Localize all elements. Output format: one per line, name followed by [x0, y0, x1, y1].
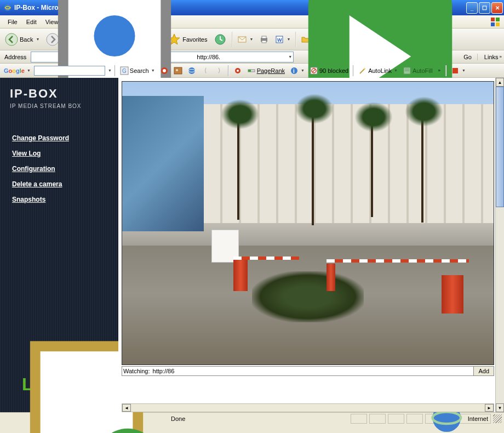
svg-rect-13	[262, 36, 266, 38]
watching-url-input[interactable]	[151, 368, 474, 374]
next-icon: ⟩	[215, 66, 224, 75]
app-logo-subtitle: IP MEDIA STREAM BOX	[10, 103, 108, 109]
svg-point-24	[94, 15, 135, 56]
edit-button[interactable]: W▼	[272, 33, 293, 45]
app-logo-title: IP-BOX	[10, 87, 108, 101]
scroll-down-icon[interactable]: ▼	[496, 403, 504, 412]
chevron-down-icon: ▼	[461, 69, 466, 72]
main-panel: Watching: Add ◄ ► ▲ ▼	[118, 78, 504, 412]
chevron-down-icon: ▼	[248, 37, 253, 41]
google-next-button[interactable]: ⟩	[213, 66, 225, 76]
separator	[353, 65, 354, 76]
print-button[interactable]	[257, 33, 271, 45]
nav-configuration[interactable]: Configuration	[12, 165, 106, 173]
chevron-right-icon: »	[500, 54, 502, 59]
camera-viewer	[122, 81, 494, 365]
google-search-button[interactable]: G Search ▼	[118, 66, 157, 76]
blocked-label: 90 blocked	[319, 67, 348, 74]
pagerank-button[interactable]: PageRank	[245, 66, 287, 76]
prev-icon: ⟨	[201, 66, 210, 75]
history-button[interactable]	[211, 31, 230, 48]
status-pane-2	[369, 414, 386, 424]
svg-rect-30	[174, 67, 182, 74]
watching-bar: Watching: Add	[122, 366, 494, 376]
svg-point-32	[188, 67, 195, 74]
svg-text:i: i	[293, 68, 295, 74]
menu-file[interactable]: File	[3, 17, 22, 27]
svg-point-5	[5, 33, 18, 45]
scroll-track[interactable]	[496, 207, 504, 403]
scroll-right-icon[interactable]: ►	[485, 404, 494, 412]
status-bar: Done Internet	[0, 412, 504, 424]
sidebar-nav: Change Password View Log Configuration D…	[0, 118, 118, 227]
google-images-button[interactable]	[172, 66, 184, 76]
autolink-button[interactable]: AutoLink ▼	[357, 66, 399, 76]
info-icon: i	[290, 66, 299, 75]
windows-flag-icon	[490, 16, 501, 27]
chevron-down-icon[interactable]: ▼	[287, 55, 292, 59]
autolink-label: AutoLink	[368, 67, 392, 74]
pagerank-label: PageRank	[257, 67, 285, 74]
chevron-down-icon: ▼	[393, 69, 398, 72]
google-news-button[interactable]	[158, 66, 170, 76]
maximize-button[interactable]: ☐	[479, 2, 490, 14]
svg-rect-4	[496, 22, 500, 26]
svg-rect-14	[262, 41, 266, 43]
history-icon	[214, 33, 227, 46]
nav-delete-camera[interactable]: Delete a camera	[12, 180, 106, 188]
ie-icon	[3, 3, 12, 12]
chevron-down-icon: ▼	[285, 37, 290, 41]
google-extra-button[interactable]: ▼	[449, 66, 467, 76]
svg-text:W: W	[277, 37, 282, 43]
address-bar: Address ▼ Go Links »	[0, 50, 504, 64]
popup-blocked-button[interactable]: 90 blocked	[308, 66, 350, 76]
svg-rect-37	[248, 70, 251, 72]
address-input[interactable]: ▼	[31, 52, 294, 62]
address-label: Address	[2, 54, 28, 60]
chevron-right-icon[interactable]: »	[436, 68, 443, 73]
google-prev-button[interactable]: ⟨	[199, 66, 211, 76]
svg-rect-46	[453, 68, 458, 73]
google-logo[interactable]: Google ▼	[2, 67, 32, 75]
separator	[228, 65, 229, 76]
pagerank-icon	[247, 66, 256, 75]
nav-snapshots[interactable]: Snapshots	[12, 196, 106, 203]
logo-block: IP-BOX IP MEDIA STREAM BOX	[0, 78, 118, 118]
nav-change-password[interactable]: Change Password	[12, 134, 106, 142]
google-info-button[interactable]: i▼	[288, 66, 306, 76]
resize-grip[interactable]	[493, 414, 502, 423]
vertical-scrollbar[interactable]: ▲ ▼	[495, 78, 504, 412]
close-button[interactable]: ✕	[491, 2, 503, 14]
nav-view-log[interactable]: View Log	[12, 150, 106, 157]
autofill-button[interactable]: AutoFill	[401, 66, 434, 76]
add-button[interactable]: Add	[473, 367, 494, 375]
form-icon	[403, 66, 411, 75]
mail-icon	[238, 35, 247, 44]
scroll-up-icon[interactable]: ▲	[496, 78, 504, 87]
url-field[interactable]	[197, 54, 287, 60]
status-zone-label: Internet	[466, 415, 488, 422]
back-icon	[5, 33, 18, 46]
scroll-left-icon[interactable]: ◄	[122, 404, 131, 412]
svg-rect-3	[491, 22, 495, 26]
chevron-down-icon[interactable]: ▼	[107, 69, 112, 72]
svg-point-31	[176, 69, 178, 71]
chevron-down-icon: ▼	[150, 69, 155, 72]
target-icon	[160, 66, 169, 75]
status-pane-done: Done	[2, 414, 348, 424]
status-pane-3	[388, 414, 404, 424]
scroll-thumb[interactable]	[496, 87, 504, 207]
google-web-button[interactable]	[186, 66, 198, 76]
mail-button[interactable]: ▼	[235, 33, 256, 45]
links-segment[interactable]: Links »	[477, 54, 502, 60]
globe-icon	[187, 66, 196, 75]
picture-icon	[174, 66, 182, 75]
svg-text:G: G	[122, 68, 127, 74]
svg-rect-1	[491, 18, 495, 21]
svg-point-35	[237, 70, 239, 72]
autofill-label: AutoFill	[413, 67, 433, 74]
google-search-input[interactable]	[34, 66, 105, 76]
print-icon	[260, 35, 268, 44]
horizontal-scrollbar[interactable]: ◄ ►	[122, 403, 494, 412]
google-options-button[interactable]	[232, 66, 244, 76]
